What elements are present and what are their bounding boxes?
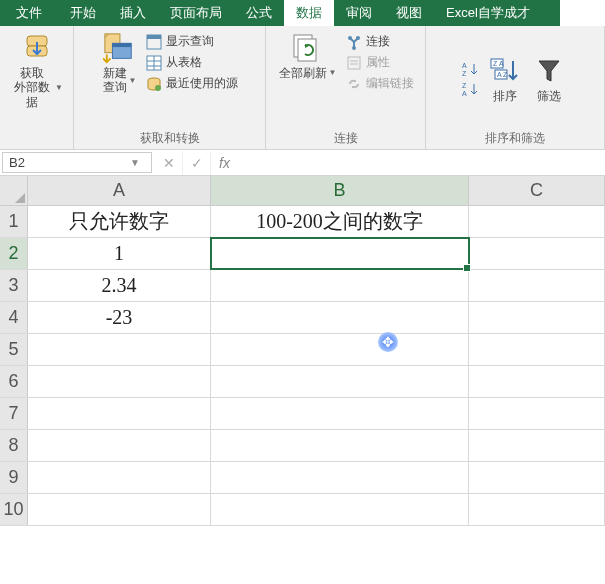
cell-C10[interactable] bbox=[469, 494, 605, 525]
tab-formulas[interactable]: 公式 bbox=[234, 0, 284, 26]
chevron-down-icon: ▼ bbox=[55, 83, 63, 93]
cell-C2[interactable] bbox=[469, 238, 605, 269]
name-box-dropdown[interactable]: ▼ bbox=[123, 157, 147, 168]
name-box-input[interactable] bbox=[3, 155, 123, 170]
cell-B8[interactable] bbox=[211, 430, 469, 461]
edit-links-icon bbox=[346, 76, 362, 92]
cell-C4[interactable] bbox=[469, 302, 605, 333]
tab-view[interactable]: 视图 bbox=[384, 0, 434, 26]
cell-B9[interactable] bbox=[211, 462, 469, 493]
connections-label: 连接 bbox=[366, 33, 390, 50]
row-2: 2 1 bbox=[0, 238, 605, 270]
row-header-2[interactable]: 2 bbox=[0, 238, 28, 269]
insert-function-button[interactable]: fx bbox=[211, 155, 238, 171]
column-header-C[interactable]: C bbox=[469, 176, 605, 205]
row-1: 1 只允许数字 100-200之间的数字 bbox=[0, 206, 605, 238]
cell-C3[interactable] bbox=[469, 270, 605, 301]
formula-bar: ▼ ✕ ✓ fx bbox=[0, 150, 605, 176]
row-5: 5 bbox=[0, 334, 605, 366]
filter-button[interactable]: 筛选 bbox=[529, 53, 569, 105]
row-header-8[interactable]: 8 bbox=[0, 430, 28, 461]
sort-asc-button[interactable]: AZ bbox=[461, 60, 481, 78]
row-header-7[interactable]: 7 bbox=[0, 398, 28, 429]
row-header-10[interactable]: 10 bbox=[0, 494, 28, 525]
refresh-all-label: 全部刷新 bbox=[279, 66, 327, 80]
recent-sources-button[interactable]: 最近使用的源 bbox=[144, 74, 240, 93]
row-header-9[interactable]: 9 bbox=[0, 462, 28, 493]
sort-desc-button[interactable]: ZA bbox=[461, 80, 481, 98]
cell-B5[interactable] bbox=[211, 334, 469, 365]
svg-rect-6 bbox=[147, 35, 161, 39]
name-box[interactable]: ▼ bbox=[2, 152, 152, 173]
row-10: 10 bbox=[0, 494, 605, 526]
group-get-external: 获取 外部数据▼ bbox=[0, 26, 74, 149]
new-query-button[interactable]: 新建 查询▼ bbox=[99, 30, 141, 97]
from-table-button[interactable]: 从表格 bbox=[144, 53, 240, 72]
cell-C7[interactable] bbox=[469, 398, 605, 429]
cell-B3[interactable] bbox=[211, 270, 469, 301]
svg-text:Z: Z bbox=[462, 82, 467, 89]
new-query-icon bbox=[103, 32, 135, 64]
formula-buttons: ✕ ✓ fx bbox=[155, 150, 238, 175]
cell-A9[interactable] bbox=[28, 462, 211, 493]
refresh-all-button[interactable]: 全部刷新▼ bbox=[275, 30, 341, 82]
tab-insert[interactable]: 插入 bbox=[108, 0, 158, 26]
tab-addin[interactable]: Excel自学成才 bbox=[434, 0, 560, 26]
svg-rect-18 bbox=[348, 57, 360, 69]
cell-C1[interactable] bbox=[469, 206, 605, 237]
formula-input[interactable] bbox=[238, 150, 605, 175]
row-header-6[interactable]: 6 bbox=[0, 366, 28, 397]
cell-C9[interactable] bbox=[469, 462, 605, 493]
cell-B10[interactable] bbox=[211, 494, 469, 525]
tab-file[interactable]: 文件 bbox=[0, 0, 58, 26]
tab-data[interactable]: 数据 bbox=[284, 0, 334, 26]
tab-review[interactable]: 审阅 bbox=[334, 0, 384, 26]
cell-C8[interactable] bbox=[469, 430, 605, 461]
properties-label: 属性 bbox=[366, 54, 390, 71]
cell-B1[interactable]: 100-200之间的数字 bbox=[211, 206, 469, 237]
row-8: 8 bbox=[0, 430, 605, 462]
group-sort-filter: AZ ZA ZAAZ 排序 筛选 排序和筛选 bbox=[426, 26, 605, 149]
get-external-data-button[interactable]: 获取 外部数据▼ bbox=[6, 30, 67, 111]
properties-button: 属性 bbox=[344, 53, 416, 72]
svg-text:A: A bbox=[462, 62, 467, 69]
cursor-indicator-icon: ✥ bbox=[378, 332, 398, 352]
sort-icon: ZAAZ bbox=[489, 55, 521, 87]
cell-A10[interactable] bbox=[28, 494, 211, 525]
cell-A2[interactable]: 1 bbox=[28, 238, 211, 269]
row-header-3[interactable]: 3 bbox=[0, 270, 28, 301]
connections-button[interactable]: 连接 bbox=[344, 32, 416, 51]
cell-B6[interactable] bbox=[211, 366, 469, 397]
sort-button[interactable]: ZAAZ 排序 bbox=[485, 53, 525, 105]
row-header-5[interactable]: 5 bbox=[0, 334, 28, 365]
recent-sources-label: 最近使用的源 bbox=[166, 75, 238, 92]
cell-A7[interactable] bbox=[28, 398, 211, 429]
cell-A8[interactable] bbox=[28, 430, 211, 461]
cell-A1[interactable]: 只允许数字 bbox=[28, 206, 211, 237]
cell-B7[interactable] bbox=[211, 398, 469, 429]
database-import-icon bbox=[21, 32, 53, 64]
from-table-label: 从表格 bbox=[166, 54, 202, 71]
cell-B2[interactable] bbox=[211, 238, 469, 269]
cell-A3[interactable]: 2.34 bbox=[28, 270, 211, 301]
column-header-A[interactable]: A bbox=[28, 176, 211, 205]
row-header-4[interactable]: 4 bbox=[0, 302, 28, 333]
row-header-1[interactable]: 1 bbox=[0, 206, 28, 237]
column-header-B[interactable]: B bbox=[211, 176, 469, 205]
tab-layout[interactable]: 页面布局 bbox=[158, 0, 234, 26]
cell-A5[interactable] bbox=[28, 334, 211, 365]
svg-text:Z: Z bbox=[462, 70, 467, 77]
cell-B4[interactable] bbox=[211, 302, 469, 333]
cell-C5[interactable] bbox=[469, 334, 605, 365]
connection-options: 连接 属性 编辑链接 bbox=[344, 30, 416, 93]
row-6: 6 bbox=[0, 366, 605, 398]
recent-sources-icon bbox=[146, 76, 162, 92]
svg-text:Z: Z bbox=[503, 71, 508, 78]
cell-A4[interactable]: -23 bbox=[28, 302, 211, 333]
cell-A6[interactable] bbox=[28, 366, 211, 397]
tab-home[interactable]: 开始 bbox=[58, 0, 108, 26]
cell-C6[interactable] bbox=[469, 366, 605, 397]
show-queries-button[interactable]: 显示查询 bbox=[144, 32, 240, 51]
from-table-icon bbox=[146, 55, 162, 71]
select-all-button[interactable] bbox=[0, 176, 28, 205]
